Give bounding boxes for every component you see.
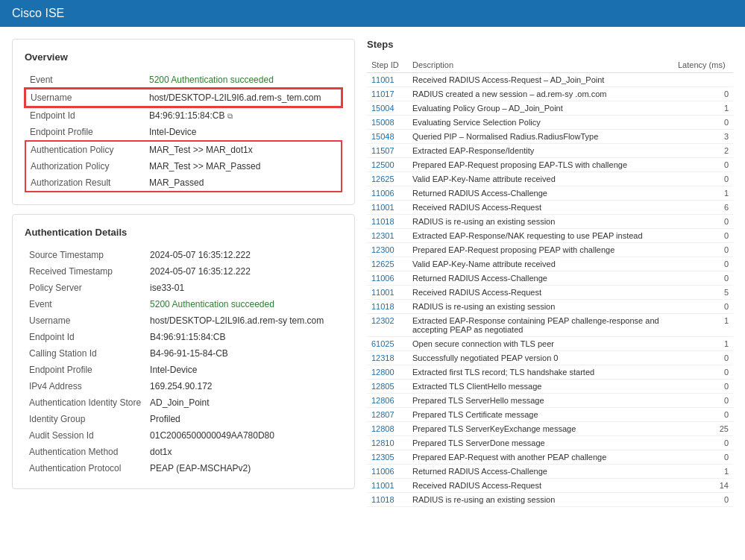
table-row: 12805Extracted TLS ClientHello message0 [367,380,733,394]
step-latency: 0 [673,450,733,465]
auth-detail-value: AD_Join_Point [145,394,342,411]
step-description: Received RADIUS Access-Request [408,479,673,493]
table-row: 12808Prepared TLS ServerKeyExchange mess… [367,422,733,436]
table-row: 11018RADIUS is re-using an existing sess… [367,300,733,314]
step-latency: 0 [673,87,733,101]
step-id: 12305 [367,450,408,465]
step-id: 11001 [367,286,408,300]
auth-detail-row: Endpoint IdB4:96:91:15:84:CB [25,329,342,345]
step-description: Extracted EAP-Response/Identity [408,144,673,158]
step-id: 15004 [367,101,408,116]
step-latency: 0 [673,229,733,243]
table-row: 11507Extracted EAP-Response/Identity2 [367,144,733,158]
step-description: RADIUS is re-using an existing session [408,215,673,229]
step-id: 11018 [367,215,408,229]
step-id: 12810 [367,436,408,450]
step-description: Returned RADIUS Access-Challenge [408,465,673,479]
steps-table-body: 11001Received RADIUS Access-Request – AD… [367,73,733,507]
step-latency: 14 [673,479,733,493]
auth-detail-label: Calling Station Id [25,345,145,362]
step-description: Extracted EAP-Response containing PEAP c… [408,314,673,337]
table-row: 12500Prepared EAP-Request proposing EAP-… [367,158,733,172]
step-latency: 1 [673,101,733,116]
step-description: Prepared EAP-Request proposing PEAP with… [408,243,673,257]
auth-detail-row: Event5200 Authentication succeeded [25,296,342,312]
step-description: Extracted TLS ClientHello message [408,380,673,394]
auth-detail-label: Endpoint Id [25,329,145,345]
right-panel: Steps Step ID Description Latency (ms) 1… [367,39,733,548]
auth-detail-label: Identity Group [25,411,145,427]
table-row: 11001Received RADIUS Access-Request5 [367,286,733,300]
step-description: Evaluating Policy Group – AD_Join_Point [408,101,673,116]
steps-table-header: Step ID Description Latency (ms) [367,57,733,73]
event-link[interactable]: 5200 Authentication succeeded [150,299,274,309]
col-step-id: Step ID [367,57,408,73]
step-id: 12806 [367,394,408,408]
overview-field-label: Authorization Result [25,174,145,192]
step-description: Prepared TLS ServerHello message [408,394,673,408]
auth-details-table: Source Timestamp2024-05-07 16:35:12.222R… [25,247,342,476]
step-description: Prepared EAP-Request with another PEAP c… [408,450,673,465]
auth-detail-label: Authentication Protocol [25,460,145,476]
auth-details-title: Authentication Details [25,227,342,238]
step-latency: 0 [673,271,733,286]
overview-field-value: host/DESKTOP-L2IL9I6.ad.rem-s_tem.com [145,89,342,107]
event-link[interactable]: 5200 Authentication succeeded [149,75,274,85]
step-latency: 0 [673,380,733,394]
table-row: 12800Extracted first TLS record; TLS han… [367,365,733,380]
product-name: ISE [42,7,64,19]
table-row: 61025Open secure connection with TLS pee… [367,337,733,351]
step-id: 12808 [367,422,408,436]
step-description: Returned RADIUS Access-Challenge [408,271,673,286]
step-id: 11006 [367,271,408,286]
auth-detail-value: B4-96-91-15-84-CB [145,345,342,362]
brand-name: Cisco [12,7,42,19]
overview-row: Authorization ResultMAR_Passed [25,174,342,192]
auth-detail-label: Received Timestamp [25,263,145,280]
table-row: 15004Evaluating Policy Group – AD_Join_P… [367,101,733,116]
table-row: 11018RADIUS is re-using an existing sess… [367,215,733,229]
step-id: 11017 [367,87,408,101]
overview-field-label: Endpoint Id [25,107,145,124]
table-row: 15048Queried PIP – Normalised Radius.Rad… [367,130,733,144]
copy-icon[interactable]: ⧉ [227,112,233,121]
step-description: Successfully negotiated PEAP version 0 [408,351,673,365]
step-description: Prepared EAP-Request proposing EAP-TLS w… [408,158,673,172]
step-id: 15048 [367,130,408,144]
step-latency: 6 [673,201,733,215]
table-row: 12810Prepared TLS ServerDone message0 [367,436,733,450]
step-latency: 0 [673,351,733,365]
step-latency: 0 [673,300,733,314]
overview-field-label: Authorization Policy [25,158,145,174]
auth-detail-value: 01C2006500000049AA780D80 [145,427,342,444]
step-latency [673,73,733,87]
step-latency: 0 [673,408,733,422]
step-description: RADIUS is re-using an existing session [408,493,673,507]
col-description: Description [408,57,673,73]
auth-detail-row: Identity GroupProfiled [25,411,342,427]
step-description: Received RADIUS Access-Request [408,201,673,215]
overview-field-value: 5200 Authentication succeeded [145,72,342,89]
auth-detail-label: Endpoint Profile [25,362,145,378]
auth-detail-value: Intel-Device [145,362,342,378]
auth-detail-label: Username [25,312,145,329]
auth-detail-label: Authentication Method [25,444,145,460]
table-row: 11006Returned RADIUS Access-Challenge0 [367,271,733,286]
auth-detail-value: 5200 Authentication succeeded [145,296,342,312]
auth-detail-row: Authentication ProtocolPEAP (EAP-MSCHAPv… [25,460,342,476]
auth-detail-value: ise33-01 [145,280,342,296]
table-row: 12300Prepared EAP-Request proposing PEAP… [367,243,733,257]
auth-detail-row: Received Timestamp2024-05-07 16:35:12.22… [25,263,342,280]
table-row: 12625Valid EAP-Key-Name attribute receiv… [367,257,733,271]
top-navigation-bar: Cisco ISE [0,0,745,27]
auth-detail-row: Audit Session Id01C2006500000049AA780D80 [25,427,342,444]
table-row: 12302Extracted EAP-Response containing P… [367,314,733,337]
auth-detail-row: Policy Serverise33-01 [25,280,342,296]
overview-field-value: MAR_Passed [145,174,342,192]
step-id: 11507 [367,144,408,158]
step-description: Prepared TLS ServerDone message [408,436,673,450]
auth-detail-row: IPv4 Address169.254.90.172 [25,378,342,394]
step-id: 15008 [367,116,408,130]
auth-detail-row: Usernamehost/DESKTOP-L2IL9I6.ad.rem-sy t… [25,312,342,329]
step-id: 12805 [367,380,408,394]
